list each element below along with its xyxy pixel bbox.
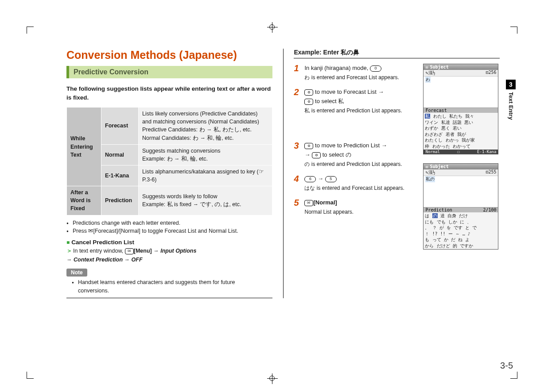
normal-label: [Normal]: [313, 199, 337, 206]
candidates: 私 わたし 私たち 我々ワイン 私達 話題 悪いわずか 悪く 若いわざわざ 若者…: [424, 113, 498, 150]
arrow-icon: →: [66, 257, 74, 263]
page-title: Conversion Methods (Japanese): [66, 49, 272, 61]
cell-prediction-name: Prediction: [101, 186, 139, 215]
entry-text: 私の: [425, 176, 435, 182]
cancel-instruction: ＞In text entry window, ✉[Menu] → Input O…: [66, 246, 272, 264]
square-bullet-icon: ■: [66, 239, 70, 246]
char-count: 255: [488, 169, 496, 174]
bullet-item: Press ✉[Forecast]/[Normal] to toggle For…: [66, 227, 272, 235]
step-number: 1: [294, 64, 301, 81]
step-number: 5: [294, 198, 301, 216]
input-options-label: Input Options: [160, 248, 196, 254]
note-tag: Note: [66, 269, 87, 277]
nav-key-icon: [312, 152, 321, 158]
phone-screenshot-forecast: ✉Subject ✎漢½⊡256 わ Forecast 私 わたし 私たち 我々…: [423, 64, 498, 154]
step-text: In kanji (hiragana) mode,: [304, 65, 369, 71]
cell-prediction-desc: Suggests words likely to followExample: …: [139, 186, 272, 215]
cancel-text-a: In text entry window,: [73, 248, 125, 254]
intro-text: The following suggestion lists appear wh…: [66, 85, 272, 102]
arrow-icon: →: [153, 248, 160, 254]
softkey-left: Normal: [425, 150, 440, 154]
off-label: OFF: [132, 257, 143, 263]
section-count: 2/100: [483, 208, 496, 212]
step-text: to move to Forecast List →: [313, 88, 384, 95]
crop-mark: [27, 372, 34, 379]
note-box: Handset learns entered characters and su…: [66, 277, 272, 298]
nav-key-icon: [304, 99, 313, 105]
menu-label: [Menu]: [134, 248, 152, 254]
section-label: Forecast: [425, 108, 447, 113]
crop-mark: [510, 372, 517, 379]
section-subhead: Predictive Conversion: [66, 66, 272, 78]
registration-mark: [269, 24, 275, 30]
step-text: to move to Prediction List →: [313, 142, 387, 149]
crop-mark: [510, 27, 517, 34]
row-while-entering: While Entering Text: [67, 108, 101, 186]
softkey-right: E-1-Kana: [477, 150, 496, 154]
gt-icon: ＞: [66, 248, 72, 254]
step-sub: Normal List appears.: [304, 208, 354, 216]
cell-normal-name: Normal: [101, 144, 139, 165]
section-label: Prediction: [425, 208, 452, 212]
cancel-head-text: Cancel Prediction List: [71, 239, 134, 246]
softkey-mid: ☐: [457, 150, 459, 154]
step-4: 4 6 → 5 はな is entered and Forecast List …: [294, 174, 418, 192]
candidates: は の 達 自身 だけにも でも しか に 、。 ？ が を です と で！ !…: [424, 212, 498, 249]
cancel-head: ■Cancel Prediction List: [66, 239, 272, 246]
screen-title: Subject: [430, 65, 449, 69]
step-3: 3 to move to Prediction List → → to sele…: [294, 141, 418, 168]
step-sub: わ is entered and Forecast List appears.: [304, 74, 399, 81]
step-sub: の is entered and Prediction List appears…: [304, 161, 402, 168]
mail-icon: ✉: [425, 65, 428, 69]
bullet-item: Predictions change with each letter ente…: [66, 219, 272, 227]
cell-e1kana-name: E-1-Kana: [101, 165, 139, 186]
chapter-tab: 3 Text Entry: [506, 80, 516, 120]
cell-e1kana-desc: Lists alphanumerics/katakana assigned to…: [139, 165, 272, 186]
screen-title: Subject: [430, 164, 449, 169]
char-count: 256: [488, 70, 496, 75]
step-sub: 私 is entered and Prediction List appears…: [304, 107, 402, 115]
step-5: 5 ✉[Normal] Normal List appears.: [294, 198, 418, 216]
nav-down-key-icon: [304, 143, 313, 149]
step-2: 2 to move to Forecast List → to select 私…: [294, 88, 418, 115]
registration-mark: [269, 376, 275, 381]
conversion-table: While Entering Text Forecast Lists likel…: [66, 107, 272, 215]
arrow-icon: →: [124, 257, 132, 263]
page-number: 3-5: [500, 361, 513, 371]
crop-mark: [27, 27, 34, 34]
cell-forecast-desc: Lists likely conversions (Predictive Can…: [139, 108, 272, 145]
key-5-icon: 5: [325, 176, 337, 182]
mail-key-icon: ✉: [304, 200, 313, 206]
phone-screenshot-prediction: ✉Subject ✎漢½⊡255 私の Prediction2/100 は の …: [423, 163, 498, 250]
step-text: to select 私: [313, 98, 344, 104]
bullet-list: Predictions change with each letter ente…: [66, 219, 272, 236]
mail-icon: ✉: [425, 164, 428, 169]
step-text: to select の: [321, 151, 351, 158]
cell-forecast-name: Forecast: [101, 108, 139, 145]
row-after-fixed: After a Word is Fixed: [67, 186, 101, 215]
context-prediction-label: Context Prediction: [74, 257, 123, 263]
mail-key-icon: ✉: [125, 248, 134, 254]
step-number: 2: [294, 88, 301, 115]
step-number: 4: [294, 174, 301, 192]
chapter-number: 3: [506, 80, 516, 89]
input-mode: 漢½: [428, 70, 435, 75]
nav-down-key-icon: [304, 89, 313, 96]
note-item: Handset learns entered characters and su…: [72, 278, 267, 295]
step-number: 3: [294, 141, 301, 168]
column-divider: [283, 49, 284, 298]
step-sub: はな is entered and Forecast List appears.: [304, 184, 404, 192]
example-head: Example: Enter 私の鼻: [294, 49, 500, 58]
key-0-icon: 0: [370, 65, 381, 72]
chapter-label: Text Entry: [508, 92, 514, 120]
key-6-icon: 6: [304, 176, 316, 182]
arrow-icon: →: [318, 175, 325, 182]
cell-normal-desc: Suggests matching conversionsExample: わ …: [139, 144, 272, 165]
entry-text: わ: [425, 77, 431, 83]
step-1: 1 In kanji (hiragana) mode, 0 わ is enter…: [294, 64, 418, 81]
input-mode: 漢½: [428, 170, 435, 175]
